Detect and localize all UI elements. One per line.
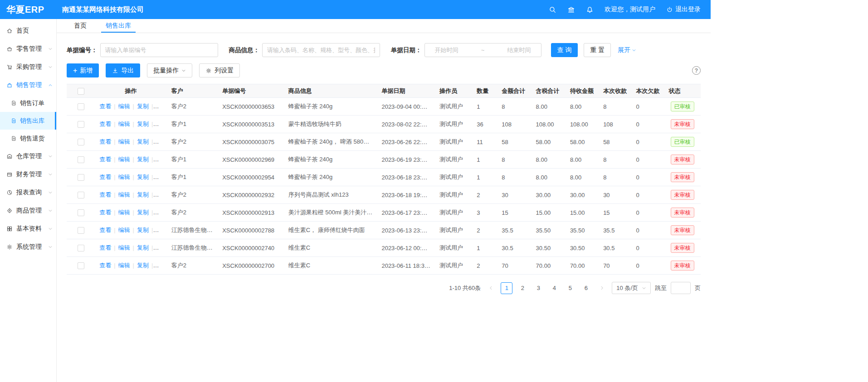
view-link[interactable]: 查看 [99,138,111,145]
sidebar-item-home[interactable]: 首页 [0,22,56,40]
sidebar-item-finance[interactable]: 财务管理 [0,165,56,184]
view-link[interactable]: 查看 [99,209,111,216]
sidebar-item-goods[interactable]: 商品管理 [0,202,56,220]
sidebar-subitem-sales-order[interactable]: 销售订单 [0,94,56,112]
view-link[interactable]: 查看 [99,191,111,198]
copy-link[interactable]: 复制 [137,121,149,127]
table-row[interactable]: 查看|编辑|复制|删除江苏德鲁生物科...XSCK00000002788维生素C… [67,222,701,239]
add-button[interactable]: + 新增 [67,63,99,77]
row-checkbox[interactable] [78,156,84,163]
copy-link[interactable]: 复制 [137,244,149,251]
sidebar-item-retail[interactable]: 零售管理 [0,40,56,58]
bell-icon[interactable] [586,6,594,14]
copy-link[interactable]: 复制 [137,191,149,198]
edit-link[interactable]: 编辑 [118,138,130,145]
view-link[interactable]: 查看 [99,227,111,233]
tab-bar: 首页销售出库 [57,19,711,33]
cell-date: 2023-06-26 22:25:26 [377,133,434,151]
bank-icon[interactable] [567,6,575,14]
view-link[interactable]: 查看 [99,244,111,251]
pagination: 1-10 共60条 123456 10 条/页 跳至 页 [67,282,701,308]
search-icon[interactable] [549,6,556,14]
table-row[interactable]: 查看|编辑|复制|删除客户1XSCK00000002954蜂蜜柚子茶 240g2… [67,169,701,186]
edit-link[interactable]: 编辑 [118,103,130,110]
reset-button[interactable]: 重 置 [584,43,611,57]
edit-link[interactable]: 编辑 [118,191,130,198]
edit-link[interactable]: 编辑 [118,209,130,216]
page-button-1[interactable]: 1 [501,282,512,294]
sidebar-item-basic[interactable]: 基本资料 [0,220,56,238]
edit-link[interactable]: 编辑 [118,174,130,180]
copy-link[interactable]: 复制 [137,138,149,145]
page-button-5[interactable]: 5 [564,282,576,294]
view-link[interactable]: 查看 [99,262,111,269]
sidebar-subitem-sales-outbound[interactable]: 销售出库 [0,112,56,130]
table-row[interactable]: 查看|编辑|复制|删除客户2XSCK00000002700维生素C2023-06… [67,257,701,275]
edit-link[interactable]: 编辑 [118,156,130,163]
table-row[interactable]: 查看|编辑|复制|删除客户2XSCK00000002932序列号商品测试 xlh… [67,186,701,204]
search-button[interactable]: 查 询 [551,43,578,57]
table-row[interactable]: 查看|编辑|复制|删除客户1XSCK00000003513蒙牛精选牧场纯牛奶20… [67,116,701,133]
view-link[interactable]: 查看 [99,156,111,163]
cell-received: 35.5 [599,222,631,239]
sidebar-item-warehouse[interactable]: 仓库管理 [0,147,56,165]
copy-link[interactable]: 复制 [137,227,149,233]
edit-link[interactable]: 编辑 [118,244,130,251]
copy-link[interactable]: 复制 [137,103,149,110]
view-link[interactable]: 查看 [99,103,111,110]
tab-home[interactable]: 首页 [74,19,87,33]
copy-link[interactable]: 复制 [137,156,149,163]
table-row[interactable]: 查看|编辑|复制|删除客户2XSCK00000003075蜂蜜柚子茶 240g，… [67,133,701,151]
edit-link[interactable]: 编辑 [118,262,130,269]
row-checkbox[interactable] [78,174,84,181]
copy-link[interactable]: 复制 [137,209,149,216]
row-checkbox[interactable] [78,121,84,128]
product-info-input[interactable] [262,43,380,57]
page-size-select[interactable]: 10 条/页 [612,282,651,294]
row-checkbox[interactable] [78,139,84,145]
column-settings-button[interactable]: 列设置 [199,63,240,77]
edit-link[interactable]: 编辑 [118,121,130,127]
row-checkbox[interactable] [78,103,84,110]
view-link[interactable]: 查看 [99,174,111,180]
row-checkbox[interactable] [78,245,84,251]
status-badge: 未审核 [671,119,694,129]
page-button-2[interactable]: 2 [517,282,528,294]
sidebar-item-report[interactable]: 报表查询 [0,184,56,202]
batch-operations-button[interactable]: 批量操作 [147,63,192,77]
sidebar-subitem-sales-return[interactable]: 销售退货 [0,130,56,147]
sidebar-item-system[interactable]: 系统管理 [0,238,56,256]
app-logo[interactable]: 华夏ERP [0,4,57,16]
jump-page-input[interactable] [671,282,691,294]
cell-date: 2023-06-18 23:22:15 [377,169,434,186]
view-link[interactable]: 查看 [99,121,111,127]
sidebar-item-purchase[interactable]: 采购管理 [0,58,56,76]
expand-filters-link[interactable]: 展开 [618,46,636,54]
row-checkbox[interactable] [78,192,84,198]
page-button-3[interactable]: 3 [532,282,544,294]
table-row[interactable]: 查看|编辑|复制|删除客户2XSCK00000003653蜂蜜柚子茶 240g2… [67,98,701,116]
page-button-4[interactable]: 4 [548,282,560,294]
tab-sales-outbound[interactable]: 销售出库 [106,19,131,33]
chevron-down-icon [48,245,53,249]
table-row[interactable]: 查看|编辑|复制|删除客户1XSCK00000002969蜂蜜柚子茶 240g2… [67,151,701,169]
row-checkbox[interactable] [78,209,84,216]
divider: | [114,244,115,251]
export-button[interactable]: 导出 [106,63,140,77]
copy-link[interactable]: 复制 [137,262,149,269]
copy-link[interactable]: 复制 [137,174,149,180]
logout-button[interactable]: 退出登录 [666,5,701,14]
bill-no-input[interactable] [100,43,218,57]
next-page-button[interactable] [596,282,608,294]
table-row[interactable]: 查看|编辑|复制|删除江苏德鲁生物科...XSCK00000002740维生素C… [67,239,701,257]
row-checkbox[interactable] [78,262,84,269]
select-all-checkbox[interactable] [78,88,84,95]
help-icon[interactable]: ? [692,66,701,75]
table-row[interactable]: 查看|编辑|复制|删除客户2XSCK00000002913美汁源果粒橙 500m… [67,204,701,222]
row-checkbox[interactable] [78,227,84,234]
sidebar-item-sales[interactable]: 销售管理 [0,76,56,94]
date-range-picker[interactable]: 开始时间 ~ 结束时间 [424,43,541,57]
page-button-6[interactable]: 6 [580,282,592,294]
prev-page-button[interactable] [485,282,497,294]
edit-link[interactable]: 编辑 [118,227,130,233]
